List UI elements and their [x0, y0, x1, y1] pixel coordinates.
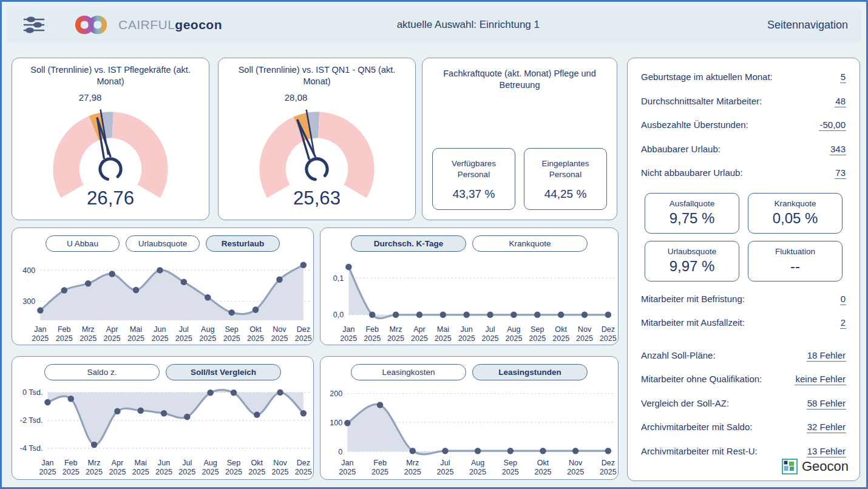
kpi-value: 9,75 % [648, 210, 736, 227]
tab-krankquote[interactable]: Krankquote [472, 235, 588, 252]
svg-text:Jul: Jul [440, 459, 450, 467]
fachkraftquote-title: Fachkraftquote (akt. Monat) Pflege und B… [422, 58, 617, 91]
error-row-qualifikation: Mitarbeiter ohne Qualifikation: keine Fe… [641, 374, 846, 385]
svg-text:Aug: Aug [471, 459, 484, 467]
kpi-card-urlaubsquote[interactable]: Urlaubsquote 9,97 % [645, 241, 739, 282]
tab-u-abbau[interactable]: U Abbau [46, 235, 120, 252]
leasing-chart-panel: Leasingkosten Leasingstunden 0100200Jan2… [320, 356, 619, 480]
svg-text:Mai: Mai [135, 459, 147, 467]
page-navigation-link[interactable]: Seitennavigation [767, 19, 848, 32]
stat-value-link[interactable]: 343 [830, 144, 846, 155]
svg-text:2025: 2025 [104, 334, 121, 343]
svg-text:28,08: 28,08 [285, 92, 308, 103]
svg-text:Sep: Sep [531, 325, 544, 334]
tab-leasingkosten[interactable]: Leasingkosten [351, 364, 466, 380]
filter-sliders-icon[interactable] [22, 15, 46, 35]
svg-text:Okt: Okt [249, 325, 262, 334]
svg-text:Jan: Jan [34, 325, 46, 334]
svg-text:Jan: Jan [41, 459, 53, 467]
k-tage-line-chart: 0,00,1Jan2025Feb2025Mrz2025Apr2025Mai202… [320, 253, 618, 345]
svg-text:2025: 2025 [567, 468, 584, 476]
tab-leasingstunden[interactable]: Leasingstunden [472, 364, 588, 380]
kpi-card-verfuegbares-personal[interactable]: Verfügbares Personal 43,37 % [432, 148, 515, 210]
error-value-link[interactable]: 58 Fehler [807, 398, 846, 410]
svg-text:2025: 2025 [248, 468, 265, 476]
error-value-link[interactable]: keine Fehler [795, 374, 846, 385]
svg-text:26,76: 26,76 [87, 187, 134, 209]
kpi-card-fluktuation[interactable]: Fluktuation -- [748, 241, 843, 282]
kpi-value: 43,37 % [436, 187, 511, 201]
svg-text:25,63: 25,63 [293, 187, 341, 209]
stat-row-abbaubarer-urlaub: Abbaubarer Urlaub: 343 [641, 144, 846, 155]
gauge-panel-pflegekraefte: Soll (Trennlinie) vs. IST Pflegekräfte (… [12, 58, 209, 220]
svg-text:2025: 2025 [340, 334, 357, 343]
stat-value-link[interactable]: 2 [840, 317, 846, 329]
svg-text:2025: 2025 [225, 468, 242, 476]
svg-text:2025: 2025 [576, 334, 593, 343]
svg-text:Jan: Jan [342, 325, 354, 334]
tab-saldo[interactable]: Saldo z. [44, 364, 160, 380]
brand-wordmark: CAIRFULgeocon [118, 18, 222, 32]
saldo-chart-panel: Saldo z. Soll/Ist Vergleich 0 Tsd.-2 Tsd… [12, 356, 314, 480]
stat-value-link[interactable]: 73 [835, 167, 846, 179]
error-value-link[interactable]: 32 Fehler [807, 422, 846, 433]
svg-text:2025: 2025 [552, 334, 569, 343]
kpi-label: Ausfallquote [648, 199, 736, 208]
svg-text:Nov: Nov [273, 459, 287, 467]
svg-text:Sep: Sep [504, 459, 517, 467]
svg-text:Jul: Jul [486, 325, 495, 334]
app-logo: CAIRFULgeocon [72, 12, 222, 38]
error-row-archiv-rest-u: Archivmitarbeiter mit Rest-U: 13 Fehler [641, 446, 846, 457]
svg-text:2025: 2025 [86, 468, 103, 476]
svg-text:0: 0 [338, 448, 342, 456]
svg-text:Sep: Sep [225, 325, 238, 334]
stat-value-link[interactable]: -50,00 [819, 120, 846, 131]
tab-soll-ist-vergleich[interactable]: Soll/Ist Vergleich [166, 364, 281, 380]
kpi-card-krankquote[interactable]: Krankquote 0,05 % [748, 193, 843, 234]
kpi-label: Verfügbares Personal [436, 158, 511, 180]
svg-text:Dez: Dez [602, 325, 615, 334]
svg-text:2025: 2025 [404, 468, 421, 476]
stat-value-link[interactable]: 5 [840, 72, 846, 83]
stat-label: Archivmitarbeiter mit Saldo: [641, 422, 752, 432]
tab-urlaubsquote[interactable]: Urlaubsquote [126, 235, 200, 252]
svg-text:2025: 2025 [505, 334, 522, 343]
stat-value-link[interactable]: 0 [840, 294, 846, 305]
svg-text:Feb: Feb [365, 325, 379, 334]
svg-text:2025: 2025 [272, 468, 289, 476]
svg-text:2025: 2025 [109, 468, 126, 476]
svg-text:0,0: 0,0 [333, 311, 344, 319]
stat-row-geburtstage: Geburtstage im aktuellen Monat: 5 [641, 72, 846, 83]
svg-text:Mrz: Mrz [406, 459, 419, 467]
kpi-value: -- [751, 258, 839, 275]
svg-text:2025: 2025 [80, 334, 97, 343]
stat-value-link[interactable]: 48 [835, 96, 846, 107]
svg-text:2025: 2025 [387, 334, 404, 343]
kpi-value: 0,05 % [751, 210, 839, 227]
tab-durchsch-k-tage[interactable]: Durchsch. K-Tage [351, 235, 466, 252]
svg-text:Feb: Feb [373, 459, 387, 467]
svg-text:27,98: 27,98 [79, 92, 102, 103]
error-value-link[interactable]: 18 Fehler [807, 350, 846, 362]
geocon-logo-text: Geocon [802, 459, 849, 474]
error-row-soll-plaene: Anzahl Soll-Pläne: 18 Fehler [641, 350, 846, 362]
stat-label: Anzahl Soll-Pläne: [641, 350, 716, 360]
kpi-label: Fluktuation [751, 247, 839, 256]
kpi-label: Krankquote [751, 199, 839, 208]
svg-text:Mrz: Mrz [82, 325, 95, 334]
svg-text:Jul: Jul [182, 459, 192, 467]
svg-text:Nov: Nov [569, 459, 583, 467]
kpi-label: Eingeplantes Personal [528, 158, 603, 180]
svg-text:2025: 2025 [155, 468, 172, 476]
stat-row-durchschnittsalter: Durchschnittsalter Mitarbeiter: 48 [641, 96, 846, 107]
stat-label: Durchschnittsalter Mitarbeiter: [641, 96, 762, 106]
kpi-card-eingeplantes-personal[interactable]: Eingeplantes Personal 44,25 % [524, 148, 607, 210]
error-value-link[interactable]: 13 Fehler [807, 446, 846, 457]
tab-resturlaub[interactable]: Resturlaub [206, 235, 280, 252]
resturlaub-line-chart: 300400Jan2025Feb2025Mrz2025Apr2025Mai202… [12, 253, 313, 345]
kpi-card-ausfallquote[interactable]: Ausfallquote 9,75 % [645, 193, 739, 234]
stats-sidebar-panel: Geburtstage im aktuellen Monat: 5 Durchs… [627, 58, 860, 481]
svg-text:Feb: Feb [64, 459, 78, 467]
svg-text:2025: 2025 [175, 334, 192, 343]
svg-text:2025: 2025 [132, 468, 149, 476]
